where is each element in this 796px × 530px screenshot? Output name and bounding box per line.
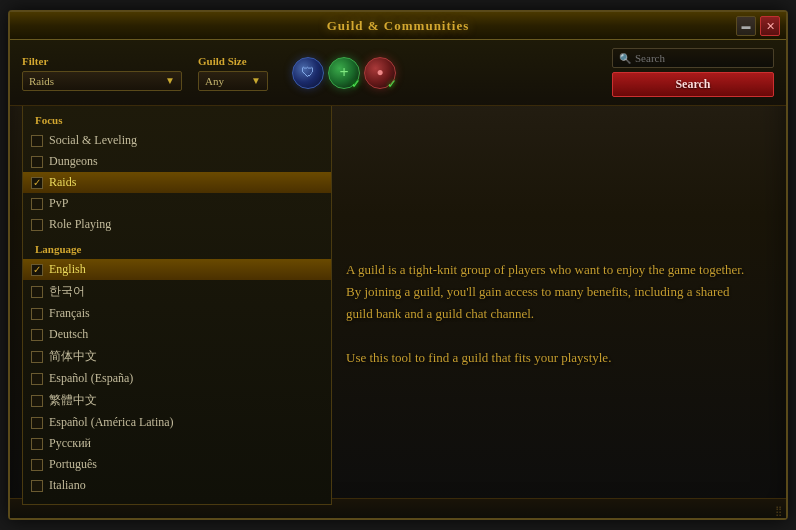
lang-item-label-french: Français [49,306,90,321]
lang-item-label-spanish-latam: Español (América Latina) [49,415,174,430]
checkbox-russian [31,438,43,450]
lang-item-english[interactable]: ✓ English [23,259,331,280]
checkbox-chinese-simplified [31,351,43,363]
checkbox-portuguese [31,459,43,471]
lang-item-german[interactable]: Deutsch [23,324,331,345]
guild-size-dropdown[interactable]: Any ▼ [198,71,268,91]
lang-item-label-chinese-traditional: 繁體中文 [49,392,97,409]
icon-group: 🛡 + ✓ ● ✓ [292,57,396,89]
add-guild-button[interactable]: + ✓ [328,57,360,89]
checkbox-roleplaying [31,219,43,231]
lang-item-french[interactable]: Français [23,303,331,324]
filter-dropdown[interactable]: Raids ▼ [22,71,182,91]
lang-item-label-chinese-simplified: 简体中文 [49,348,97,365]
check-icon: ✓ [351,77,361,92]
settings-button[interactable]: ● ✓ [364,57,396,89]
search-section: 🔍 Search [612,48,774,97]
lang-item-label-korean: 한국어 [49,283,85,300]
info-line2: By joining a guild, you'll gain access t… [346,284,730,299]
window-title: Guild & Communities [327,18,470,34]
checkbox-pvp [31,198,43,210]
filter-value: Raids [29,75,54,87]
lang-item-label-russian: Русский [49,436,91,451]
checkbox-spanish-latam [31,417,43,429]
guild-shield-button[interactable]: 🛡 [292,57,324,89]
lang-item-chinese-traditional[interactable]: 繁體中文 [23,389,331,412]
filter-arrow-icon: ▼ [165,75,175,86]
focus-label: Focus [23,106,331,130]
lang-item-label-spanish-spain: Español (España) [49,371,133,386]
lang-item-spanish-spain[interactable]: Español (España) [23,368,331,389]
search-icon: 🔍 [619,53,631,64]
checkbox-raids: ✓ [31,177,43,189]
focus-item-label-pvp: PvP [49,196,68,211]
dropdown-panel: Focus Social & Leveling Dungeons ✓ Raids… [22,106,332,505]
info-line1: A guild is a tight-knit group of players… [346,262,744,277]
minimize-button[interactable]: ▬ [736,16,756,36]
search-input[interactable] [635,52,767,64]
orb-icon: ● [376,65,383,80]
lang-item-label-german: Deutsch [49,327,88,342]
focus-item-dungeons[interactable]: Dungeons [23,151,331,172]
lang-item-portuguese[interactable]: Português [23,454,331,475]
lang-item-label-italian: Italiano [49,478,86,493]
lang-item-spanish-latam[interactable]: Español (América Latina) [23,412,331,433]
plus-icon: + [339,64,348,82]
lang-item-russian[interactable]: Русский [23,433,331,454]
lang-item-korean[interactable]: 한국어 [23,280,331,303]
search-input-wrap[interactable]: 🔍 [612,48,774,68]
focus-item-raids[interactable]: ✓ Raids [23,172,331,193]
lang-item-label-english: English [49,262,86,277]
shield-icon: 🛡 [301,65,315,81]
guild-size-arrow-icon: ▼ [251,75,261,86]
checkbox-german [31,329,43,341]
filter-label: Filter [22,55,182,67]
info-line4: Use this tool to find a guild that fits … [346,350,611,365]
checkbox-french [31,308,43,320]
filter-section: Filter Raids ▼ [22,55,182,91]
checkbox-social [31,135,43,147]
main-window: Guild & Communities ▬ ✕ Filter Raids ▼ G… [8,10,788,520]
content-area: Focus Social & Leveling Dungeons ✓ Raids… [10,106,786,522]
check2-icon: ✓ [387,77,397,92]
focus-item-label-social: Social & Leveling [49,133,137,148]
search-button[interactable]: Search [612,72,774,97]
lang-item-chinese-simplified[interactable]: 简体中文 [23,345,331,368]
checkbox-chinese-traditional [31,395,43,407]
focus-item-roleplaying[interactable]: Role Playing [23,214,331,235]
close-button[interactable]: ✕ [760,16,780,36]
checkbox-english: ✓ [31,264,43,276]
focus-item-label-roleplaying: Role Playing [49,217,111,232]
language-label: Language [23,235,331,259]
info-text: A guild is a tight-knit group of players… [346,259,766,369]
lang-item-italian[interactable]: Italiano [23,475,331,496]
guild-size-label: Guild Size [198,55,268,67]
checkbox-italian [31,480,43,492]
checkbox-korean [31,286,43,298]
toolbar: Filter Raids ▼ Guild Size Any ▼ 🛡 + ✓ ● [10,40,786,106]
guild-size-section: Guild Size Any ▼ [198,55,268,91]
resize-handle[interactable]: ⣿ [775,505,782,516]
focus-item-label-dungeons: Dungeons [49,154,98,169]
checkbox-spanish-spain [31,373,43,385]
main-content: A guild is a tight-knit group of players… [326,106,786,522]
focus-item-label-raids: Raids [49,175,76,190]
guild-size-value: Any [205,75,224,87]
info-line3: guild bank and a guild chat channel. [346,306,534,321]
title-bar: Guild & Communities ▬ ✕ [10,12,786,40]
checkbox-dungeons [31,156,43,168]
lang-item-label-portuguese: Português [49,457,97,472]
focus-item-pvp[interactable]: PvP [23,193,331,214]
focus-item-social[interactable]: Social & Leveling [23,130,331,151]
